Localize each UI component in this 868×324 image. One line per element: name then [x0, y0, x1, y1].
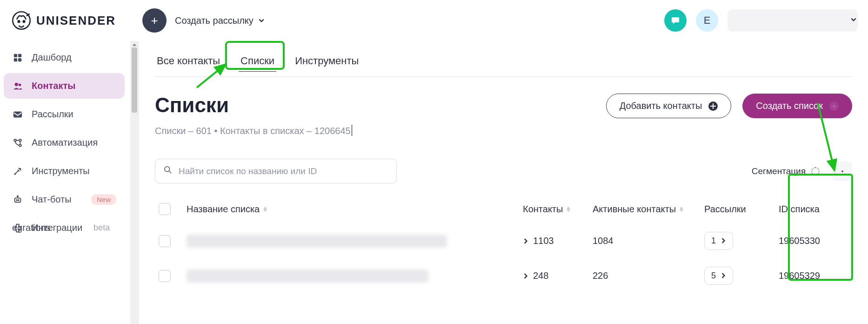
automation-icon — [12, 138, 23, 148]
svg-point-7 — [15, 82, 18, 86]
button-label: Создать список — [756, 101, 823, 111]
tab-lists[interactable]: Списки — [239, 50, 276, 76]
svg-rect-5 — [14, 58, 17, 61]
svg-point-14 — [15, 173, 16, 174]
table-row: 1103 1084 1 19605330 — [155, 223, 852, 258]
mailings-pill[interactable]: 5 — [704, 267, 733, 285]
svg-rect-3 — [14, 54, 17, 57]
mailings-pill[interactable]: 1 — [704, 232, 733, 250]
tools-icon — [12, 166, 23, 176]
sidebar-item-dashboard[interactable]: Дашборд — [4, 45, 125, 70]
avatar-letter: E — [704, 14, 711, 27]
scroll-thumb[interactable] — [132, 47, 137, 113]
create-list-button[interactable]: Создать список — [742, 94, 852, 118]
chat-button[interactable] — [664, 9, 687, 32]
search-icon — [164, 166, 172, 176]
sort-icon — [263, 207, 267, 212]
mailings-count: 1 — [711, 236, 716, 246]
tab-tools[interactable]: Инструменты — [293, 50, 361, 76]
list-name-redacted[interactable] — [187, 270, 428, 283]
svg-point-19 — [165, 167, 170, 172]
tab-label: Все контакты — [157, 55, 220, 67]
create-campaign-dropdown[interactable]: Создать рассылку — [175, 15, 265, 26]
contacts-count: 1103 — [533, 236, 554, 246]
sidebar-item-label: Автоматизация — [32, 137, 98, 148]
col-id: ID списка — [779, 204, 848, 215]
sidebar-item-integrations[interactable]: egrations Интеграции beta — [4, 215, 125, 241]
sidebar-item-label: Рассылки — [32, 109, 73, 120]
svg-point-13 — [20, 168, 21, 169]
col-label: ID списка — [779, 204, 820, 215]
dashboard-icon — [12, 53, 23, 63]
contacts-icon — [12, 81, 23, 91]
active-count: 1084 — [593, 236, 704, 246]
mailings-icon — [12, 109, 23, 120]
col-mailings: Рассылки — [704, 204, 779, 215]
col-name[interactable]: Название списка — [187, 204, 523, 215]
list-id: 19605329 — [779, 270, 848, 281]
sidebar-item-label: Инструменты — [32, 166, 90, 176]
svg-point-11 — [19, 139, 21, 142]
svg-point-18 — [17, 196, 18, 196]
svg-point-16 — [16, 200, 17, 201]
button-label: Добавить контакты — [620, 101, 702, 111]
logo[interactable]: UNISENDER — [11, 10, 132, 31]
list-id: 19605330 — [779, 236, 848, 246]
badge-new: New — [91, 194, 116, 205]
scroll-up-icon — [132, 41, 137, 47]
svg-point-17 — [18, 200, 19, 201]
page-title: Списки — [155, 94, 229, 117]
main: Все контакты Списки Инструменты Списки Д… — [139, 41, 868, 324]
sidebar-item-chatbots[interactable]: Чат-боты New — [4, 187, 125, 212]
col-label: Рассылки — [704, 204, 746, 215]
sidebar: Дашборд Контакты Рассылки Автоматизация … — [0, 41, 130, 324]
svg-rect-6 — [18, 58, 21, 61]
col-active[interactable]: Активные контакты — [593, 204, 704, 215]
sidebar-item-tools[interactable]: Инструменты — [4, 158, 125, 184]
scrollbar[interactable] — [130, 41, 139, 324]
row-checkbox[interactable] — [159, 235, 171, 247]
chevron-right-icon — [523, 270, 528, 281]
page-subtitle-text: Списки – 601 • Контакты в списках – 1206… — [155, 126, 351, 136]
contacts-count: 248 — [533, 270, 548, 281]
col-contacts[interactable]: Контакты — [523, 204, 593, 215]
account-dropdown[interactable] — [728, 9, 858, 32]
chevron-down-icon — [258, 15, 265, 26]
more-menu-button[interactable] — [833, 162, 852, 181]
search-input-wrap[interactable] — [155, 159, 397, 183]
svg-point-12 — [19, 144, 21, 147]
create-campaign-plus[interactable]: + — [142, 8, 167, 33]
row-checkbox[interactable] — [159, 270, 171, 282]
logo-icon — [11, 10, 32, 31]
table-header: Название списка Контакты Активные контак… — [155, 195, 852, 223]
list-name-redacted[interactable] — [187, 235, 447, 248]
svg-rect-4 — [18, 54, 21, 57]
active-count: 226 — [593, 270, 704, 281]
sidebar-item-mailings[interactable]: Рассылки — [4, 101, 125, 127]
search-input[interactable] — [179, 166, 388, 176]
svg-point-8 — [19, 83, 21, 86]
plus-icon — [829, 101, 839, 111]
chatbots-icon — [12, 195, 23, 205]
sidebar-item-label: Интеграции — [32, 223, 82, 233]
page-subtitle: Списки – 601 • Контакты в списках – 1206… — [155, 125, 852, 136]
col-label: Контакты — [523, 204, 563, 215]
sidebar-item-automation[interactable]: Автоматизация — [4, 130, 125, 155]
col-label: Активные контакты — [593, 204, 676, 215]
topbar: UNISENDER + Создать рассылку E — [0, 0, 868, 41]
select-all-checkbox[interactable] — [159, 203, 171, 215]
sidebar-item-label: Чат-боты — [32, 194, 72, 205]
tabs: Все контакты Списки Инструменты — [155, 50, 852, 77]
svg-point-2 — [23, 20, 25, 22]
tab-all-contacts[interactable]: Все контакты — [155, 50, 222, 76]
sidebar-item-contacts[interactable]: Контакты — [4, 73, 125, 99]
user-avatar[interactable]: E — [696, 9, 718, 32]
lists-table: Название списка Контакты Активные контак… — [155, 195, 852, 293]
badge-beta: beta — [93, 223, 110, 233]
segmentation-button[interactable]: Сегментация — [746, 162, 825, 180]
text-cursor — [352, 125, 352, 136]
segmentation-label: Сегментация — [752, 166, 806, 176]
add-contacts-button[interactable]: Добавить контакты — [606, 94, 732, 118]
sidebar-item-label: Дашборд — [32, 52, 72, 63]
chevron-right-icon — [721, 271, 726, 281]
